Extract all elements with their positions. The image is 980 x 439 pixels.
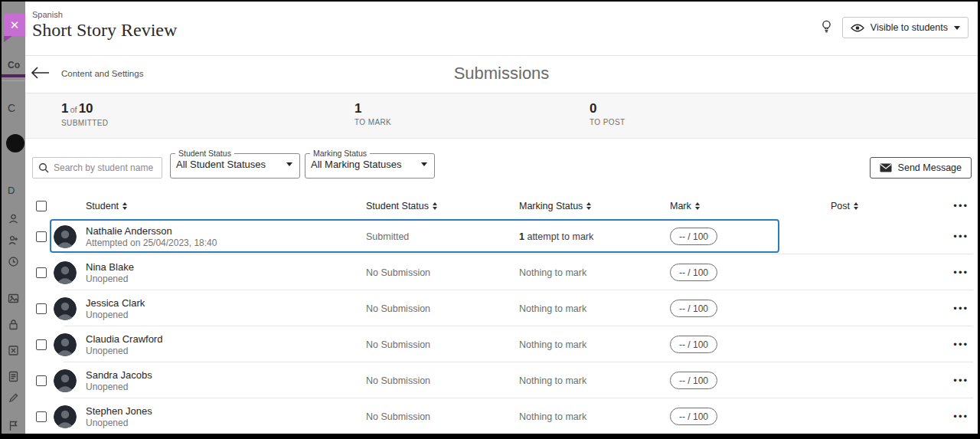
lock-icon: [8, 319, 19, 330]
column-header-marking-status[interactable]: Marking Status: [519, 201, 670, 211]
mark-input-pill[interactable]: -- / 100: [670, 336, 717, 353]
backdrop-heading-fragment: C: [8, 102, 15, 114]
sort-icon: [695, 202, 700, 210]
mark-input-pill[interactable]: -- / 100: [670, 372, 717, 389]
row-checkbox[interactable]: [36, 267, 47, 278]
stat-to-post: 0 TO POST: [590, 101, 626, 126]
select-all-checkbox[interactable]: [36, 201, 47, 211]
row-checkbox[interactable]: [36, 339, 47, 350]
student-name: Nathalie Andersson: [86, 225, 217, 237]
row-checkbox[interactable]: [36, 303, 47, 314]
column-header-mark[interactable]: Mark: [670, 201, 831, 211]
column-header-post[interactable]: Post: [831, 201, 953, 211]
marking-status-filter-label: Marking Status: [310, 149, 370, 158]
student-cell: Stephen Jones Unopened: [54, 405, 366, 428]
x-square-icon: [8, 345, 19, 356]
row-options-menu-icon[interactable]: •••: [953, 377, 978, 385]
table-row[interactable]: Claudia Crawford Unopened No Submission …: [25, 326, 978, 362]
row-checkbox[interactable]: [36, 411, 47, 422]
lightbulb-icon[interactable]: [820, 18, 833, 38]
sort-icon: [433, 202, 437, 210]
envelope-icon: [880, 163, 892, 172]
row-options-menu-icon[interactable]: •••: [953, 233, 978, 241]
visibility-dropdown[interactable]: Visible to students: [842, 17, 969, 38]
student-cell: Claudia Crawford Unopened: [54, 333, 366, 356]
close-panel-button[interactable]: ✕: [4, 14, 25, 36]
row-options-menu-icon[interactable]: •••: [953, 413, 978, 421]
student-subtitle: Unopened: [86, 382, 152, 392]
table-header-row: Student Student Status Marking Status Ma…: [25, 193, 978, 218]
student-subtitle: Unopened: [86, 274, 134, 284]
clock-icon: [8, 256, 19, 267]
panel-nav: Content and Settings Submissions: [25, 56, 978, 93]
avatar: [54, 225, 77, 248]
table-row[interactable]: Sandra Jacobs Unopened No Submission Not…: [25, 362, 978, 398]
table-row[interactable]: Nathalie Andersson Attempted on 25/04/20…: [25, 218, 978, 254]
search-input[interactable]: [54, 162, 153, 173]
student-cell: Nina Blake Unopened: [54, 261, 366, 284]
table-row[interactable]: Stephen Jones Unopened No Submission Not…: [25, 398, 978, 434]
send-message-button[interactable]: Send Message: [870, 157, 972, 179]
backdrop-avatar: [6, 134, 24, 152]
stat-submitted: 1of10 SUBMITTED: [61, 101, 108, 127]
student-cell: Jessica Clark Unopened: [54, 297, 366, 320]
student-status-filter-value: All Student Statuses: [176, 159, 266, 170]
search-box: [32, 157, 162, 179]
submissions-panel: Spanish Short Story Review Visible to st…: [25, 2, 978, 434]
student-status-value: No Submission: [366, 303, 519, 314]
table-body: Nathalie Andersson Attempted on 25/04/20…: [25, 218, 978, 434]
stat-to-mark-label: TO MARK: [354, 118, 391, 126]
row-options-menu-icon[interactable]: •••: [953, 305, 978, 313]
person-icon: [8, 213, 19, 224]
marking-status-value: Nothing to mark: [519, 339, 670, 350]
sort-icon: [854, 202, 858, 210]
column-header-student[interactable]: Student: [54, 201, 366, 211]
backdrop-active-tab-underline: [2, 74, 25, 77]
student-cell: Sandra Jacobs Unopened: [54, 369, 366, 392]
marking-status-value: Nothing to mark: [519, 267, 670, 278]
stat-submitted-label: SUBMITTED: [61, 119, 108, 127]
student-status-filter-label: Student Status: [175, 149, 234, 158]
marking-status-filter-value: All Marking Statuses: [311, 159, 402, 170]
row-checkbox[interactable]: [36, 231, 47, 242]
assignment-title: Short Story Review: [32, 20, 177, 41]
chevron-down-icon: [954, 26, 960, 30]
table-row[interactable]: Nina Blake Unopened No Submission Nothin…: [25, 254, 978, 290]
mark-input-pill[interactable]: -- / 100: [670, 408, 717, 425]
student-name: Nina Blake: [86, 261, 134, 273]
person-add-icon: [8, 234, 19, 246]
marking-status-value: Nothing to mark: [519, 411, 670, 422]
marking-status-filter[interactable]: Marking Status All Marking Statuses: [305, 149, 435, 179]
student-subtitle: Unopened: [86, 310, 145, 320]
flag-icon: [8, 420, 19, 431]
document-icon: [8, 371, 19, 382]
sort-icon: [586, 202, 591, 210]
chevron-down-icon: [286, 162, 292, 166]
table-row[interactable]: Jessica Clark Unopened No Submission Not…: [25, 290, 978, 326]
student-subtitle: Unopened: [86, 418, 152, 428]
row-checkbox[interactable]: [36, 375, 47, 386]
student-status-value: Submitted: [366, 231, 519, 242]
search-icon: [38, 162, 49, 173]
marking-status-value: Nothing to mark: [519, 375, 670, 386]
student-subtitle: Attempted on 25/04/2023, 18:40: [86, 238, 217, 248]
mark-input-pill[interactable]: -- / 100: [670, 264, 717, 281]
student-status-filter[interactable]: Student Status All Student Statuses: [170, 149, 300, 179]
student-name: Jessica Clark: [86, 297, 145, 309]
mark-input-pill[interactable]: -- / 100: [670, 228, 717, 245]
filter-bar: Student Status All Student Statuses Mark…: [25, 139, 978, 193]
student-name: Sandra Jacobs: [86, 369, 152, 381]
student-subtitle: Unopened: [86, 346, 162, 356]
eye-icon: [851, 24, 864, 32]
column-header-student-status[interactable]: Student Status: [366, 201, 519, 211]
backdrop-section-fragment: D: [8, 185, 15, 196]
row-options-menu-icon[interactable]: •••: [953, 341, 978, 349]
backdrop-page-strip: Co C D: [2, 2, 25, 434]
chevron-down-icon: [421, 162, 427, 166]
table-options-menu-icon[interactable]: •••: [953, 202, 978, 210]
mark-input-pill[interactable]: -- / 100: [670, 300, 717, 317]
row-options-menu-icon[interactable]: •••: [953, 269, 978, 277]
student-cell: Nathalie Andersson Attempted on 25/04/20…: [54, 225, 366, 248]
divider: [2, 80, 25, 81]
student-status-value: No Submission: [366, 339, 519, 350]
